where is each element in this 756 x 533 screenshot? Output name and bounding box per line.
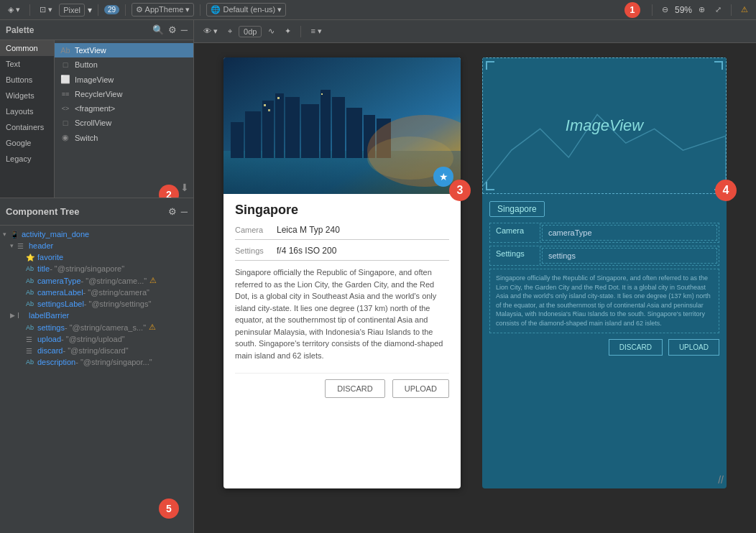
separator xyxy=(29,4,30,16)
palette-category-buttons[interactable]: Buttons xyxy=(0,72,54,88)
device-rotate[interactable]: ⊡ ▾ xyxy=(36,4,56,16)
cameratype-icon: Ab xyxy=(26,277,36,284)
blueprint-description: Singapore officially the Republic of Sin… xyxy=(489,269,719,333)
palette-item-scrollview[interactable]: □ ScrollView xyxy=(55,116,193,130)
svg-rect-7 xyxy=(301,104,319,158)
palette-category-legacy[interactable]: Legacy xyxy=(0,151,54,167)
blueprint-upload-button[interactable]: UPLOAD xyxy=(668,339,719,356)
phone-blueprint: ImageView Singapore Camera cameraType Se… xyxy=(482,57,727,488)
blueprint-discard-button[interactable]: DISCARD xyxy=(609,339,663,356)
description-icon: Ab xyxy=(26,358,36,366)
palette-item-imageview[interactable]: ⬜ ImageView xyxy=(55,72,193,87)
upload-button[interactable]: UPLOAD xyxy=(392,379,449,398)
separator6 xyxy=(731,4,732,16)
phone-field-camera: Camera Leica M Typ 240 xyxy=(235,225,449,240)
locale-selector[interactable]: 🌐 Default (en-us) ▾ xyxy=(206,3,286,17)
blueprint-settings-label: Settings xyxy=(490,246,540,265)
tree-title: Component Tree xyxy=(6,206,80,217)
palette-item-button-label: Button xyxy=(75,60,98,69)
discard-button[interactable]: DISCARD xyxy=(325,379,385,398)
description-attr: - "@string/singapor..." xyxy=(75,358,152,366)
palette-search-btn[interactable]: 🔍 xyxy=(152,24,164,35)
theme-selector[interactable]: ⚙ AppTheme ▾ xyxy=(132,3,194,17)
resize-handle[interactable]: // xyxy=(718,474,724,486)
fragment-icon: <> xyxy=(60,105,70,112)
tree-item-favorite[interactable]: ⭐ favorite xyxy=(0,251,193,263)
palette-settings-btn[interactable]: ⚙ xyxy=(168,24,177,35)
zoom-out[interactable]: ⊖ xyxy=(658,4,672,16)
palette-category-text[interactable]: Text xyxy=(0,56,54,72)
palette-item-button[interactable]: □ Button xyxy=(55,57,193,72)
align-btn[interactable]: ≡ ▾ xyxy=(307,25,325,37)
tree-item-settings[interactable]: Ab settings - "@string/camera_s..." ⚠ xyxy=(0,321,193,333)
tree-item-title[interactable]: Ab title - "@string/singapore" xyxy=(0,263,193,274)
top-toolbar: ◈ ▾ ⊡ ▾ Pixel ▾ 29 ⚙ AppTheme ▾ 🌐 Defaul… xyxy=(0,0,756,20)
palette-category-google[interactable]: Google xyxy=(0,135,54,151)
labelbarrier-name: labelBarrier xyxy=(29,311,69,320)
phone-design: ★ Singapore Camera Leica M Typ 240 Setti… xyxy=(223,57,461,488)
svg-rect-13 xyxy=(264,104,266,106)
phone-field-settings: Settings f/4 16s ISO 200 xyxy=(235,246,449,261)
palette-item-switch[interactable]: ◉ Switch xyxy=(55,130,193,145)
activity-icon: 📱 xyxy=(10,231,20,238)
view-options-btn[interactable]: 👁 ▾ xyxy=(200,25,221,37)
star-badge[interactable]: ★ xyxy=(433,167,453,187)
download-icon[interactable]: ⬇ xyxy=(180,182,189,193)
settings-name: settings xyxy=(37,323,65,332)
palette-minimize-btn[interactable]: ─ xyxy=(181,24,188,35)
blueprint-singapore-chip: Singapore xyxy=(489,201,545,217)
corner-tl xyxy=(486,61,494,70)
palette-category-common[interactable]: Common xyxy=(0,40,54,56)
tree-item-description[interactable]: Ab description - "@string/singapor..." xyxy=(0,356,193,368)
palette-category-layouts[interactable]: Layouts xyxy=(0,103,54,119)
palette-category-widgets[interactable]: Widgets xyxy=(0,88,54,103)
tree-item-discard[interactable]: ☰ discard - "@string/discard" xyxy=(0,345,193,356)
palette-item-fragment[interactable]: <> <fragment> xyxy=(55,101,193,116)
tree-item-header[interactable]: ▾ ☰ header xyxy=(0,240,193,251)
title-name: title xyxy=(37,264,50,273)
device-selector[interactable]: Pixel xyxy=(59,4,85,17)
tree-item-labelbarrier[interactable]: ▶ I labelBarrier xyxy=(0,310,193,321)
settingslabel-attr: - "@string/settings" xyxy=(84,300,152,308)
cameratype-name: cameraType xyxy=(37,277,81,285)
header-name: header xyxy=(29,241,53,250)
settings-warning: ⚠ xyxy=(149,323,156,332)
magnet-btn[interactable]: ⌖ xyxy=(224,25,236,37)
palette-item-textview[interactable]: Ab TextView xyxy=(55,43,193,57)
api-badge: 29 xyxy=(104,5,119,14)
sparkle-btn[interactable]: ✦ xyxy=(281,25,295,37)
blueprint-settings-value: settings xyxy=(542,248,717,264)
tree-item-upload[interactable]: ☰ upload - "@string/upload" xyxy=(0,333,193,345)
expand-arrow2: ▾ xyxy=(10,242,17,249)
palette-item-switch-label: Switch xyxy=(75,134,98,142)
device-label: ▾ xyxy=(88,5,92,15)
palette-category-containers[interactable]: Containers xyxy=(0,119,54,135)
switch-icon: ◉ xyxy=(60,133,70,142)
blueprint-body: Singapore Camera cameraType Settings set… xyxy=(482,194,727,363)
svg-rect-9 xyxy=(332,97,345,158)
zoom-in[interactable]: ⊕ xyxy=(695,4,709,16)
tree-item-settingslabel[interactable]: Ab settingsLabel - "@string/settings" xyxy=(0,298,193,310)
dp-btn[interactable]: 0dp xyxy=(239,26,262,37)
svg-rect-15 xyxy=(277,97,280,99)
tree-item-cameralabel[interactable]: Ab cameraLabel - "@string/camera" xyxy=(0,287,193,298)
tree-minimize-btn[interactable]: ─ xyxy=(181,206,188,217)
scrollview-icon: □ xyxy=(60,119,70,127)
tree-item-activity[interactable]: ▾ 📱 activity_main_done xyxy=(0,228,193,240)
fit-screen[interactable]: ⤢ xyxy=(711,4,725,16)
layout-selector[interactable]: ◈ ▾ xyxy=(4,4,24,16)
blueprint-imageview: ImageView xyxy=(482,57,727,194)
palette-item-recyclerview-label: RecyclerView xyxy=(75,90,122,98)
settings-icon: Ab xyxy=(26,324,36,331)
separator2 xyxy=(98,4,98,16)
svg-rect-2 xyxy=(231,122,244,158)
blueprint-settings-row: Settings settings xyxy=(489,246,719,266)
warning-btn[interactable]: ⚠ xyxy=(737,4,752,16)
tree-item-cameratype[interactable]: Ab cameraType - "@string/came..." ⚠ xyxy=(0,274,193,287)
imageview-icon: ⬜ xyxy=(60,75,70,84)
palette-item-recyclerview[interactable]: ≡≡ RecyclerView xyxy=(55,87,193,101)
wave-btn[interactable]: ∿ xyxy=(264,25,278,37)
tree-settings-btn[interactable]: ⚙ xyxy=(168,206,177,217)
svg-rect-3 xyxy=(245,111,261,158)
blueprint-buttons: DISCARD UPLOAD xyxy=(489,339,719,356)
